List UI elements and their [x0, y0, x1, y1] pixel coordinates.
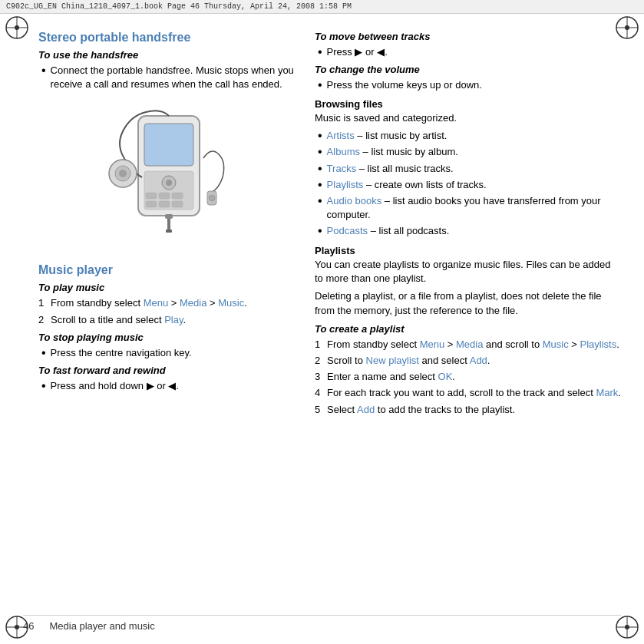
subheading-create-playlist: To create a playlist [315, 323, 621, 335]
svg-point-20 [166, 180, 172, 186]
section-title-stereo: Stereo portable handsfree [38, 31, 299, 45]
corner-mark-tr [613, 14, 641, 41]
create-text-5: Select Add to add the tracks to the play… [327, 403, 621, 417]
step-text-1: From standby select Menu > Media > Music… [51, 296, 299, 310]
svg-rect-31 [167, 219, 170, 231]
bullet-text-playlists: Playlists – create own lists of tracks. [327, 178, 621, 192]
svg-rect-21 [146, 193, 157, 199]
corner-mark-tl [3, 14, 31, 41]
bullet-dot-tracks: • [318, 163, 322, 175]
link-mark: Mark [596, 387, 618, 398]
create-step-4: 4 For each track you want to add, scroll… [315, 386, 621, 400]
bullet-albums: • Albums – list music by album. [315, 145, 621, 159]
heading-browsing: Browsing files [315, 98, 621, 110]
subheading-play-music: To play music [38, 282, 299, 293]
bullet-move-tracks: • Press ▶ or ◀. [315, 45, 621, 59]
header-bar: C902c_UG_EN China_1210_4097_1.book Page … [0, 0, 644, 14]
playlists-para1: You can create playlists to organize mus… [315, 258, 621, 287]
link-playlists: Playlists [327, 179, 364, 190]
create-step-1: 1 From standby select Menu > Media and s… [315, 338, 621, 352]
svg-rect-26 [172, 201, 183, 207]
link-add-1: Add [470, 355, 487, 366]
step-num-1: 1 [38, 296, 51, 310]
link-menu-1: Menu [144, 297, 169, 309]
bullet-dot-playlists: • [318, 179, 322, 191]
bullet-text-artists: Artists – list music by artist. [327, 129, 621, 143]
bullet-dot-ff: • [41, 380, 46, 392]
bullet-fastforward: • Press and hold down ▶ or ◀. [38, 379, 299, 393]
create-num-1: 1 [315, 338, 327, 352]
create-step-2: 2 Scroll to New playlist and select Add. [315, 354, 621, 368]
bullet-audiobooks: • Audio books – list audio books you hav… [315, 194, 621, 222]
bullet-text-handsfree: Connect the portable handsfree. Music st… [51, 64, 299, 91]
subheading-fastforward: To fast forward and rewind [38, 365, 299, 376]
page-footer: 46 Media player and music [23, 615, 621, 632]
link-media-1: Media [180, 297, 206, 309]
bullet-stop: • Press the centre navigation key. [38, 346, 299, 360]
svg-rect-32 [166, 230, 172, 233]
bullet-dot-audiobooks: • [318, 195, 322, 207]
bullet-dot-podcasts: • [318, 225, 322, 237]
create-text-3: Enter a name and select OK. [327, 370, 621, 384]
link-add-2: Add [357, 404, 375, 415]
play-step-1: 1 From standby select Menu > Media > Mus… [38, 296, 299, 310]
link-artists: Artists [327, 130, 355, 141]
right-column: To move between tracks • Press ▶ or ◀. T… [315, 31, 621, 419]
bullet-text-ff: Press and hold down ▶ or ◀. [51, 379, 299, 393]
create-num-3: 3 [315, 370, 327, 384]
link-menu-2: Menu [420, 339, 445, 350]
create-step-3: 3 Enter a name and select OK. [315, 370, 621, 384]
bullet-podcasts: • Podcasts – list all podcasts. [315, 224, 621, 238]
link-audiobooks: Audio books [327, 195, 382, 206]
subheading-stop-music: To stop playing music [38, 332, 299, 343]
browsing-intro: Music is saved and categorized. [315, 111, 621, 126]
bullet-handsfree: • Connect the portable handsfree. Music … [38, 64, 299, 91]
bullet-dot-vol: • [318, 79, 322, 91]
link-ok: OK [438, 371, 453, 382]
subheading-move-tracks: To move between tracks [315, 31, 621, 42]
svg-point-34 [209, 195, 215, 201]
link-albums: Albums [327, 146, 360, 157]
create-num-2: 2 [315, 354, 327, 368]
page-content: Stereo portable handsfree To use the han… [0, 15, 644, 434]
svg-rect-22 [159, 193, 170, 199]
playlists-para2: Deleting a playlist, or a file from a pl… [315, 289, 621, 319]
subheading-use-handsfree: To use the handsfree [38, 49, 299, 61]
create-num-4: 4 [315, 386, 327, 400]
bullet-text-podcasts: Podcasts – list all podcasts. [327, 224, 621, 238]
header-text: C902c_UG_EN China_1210_4097_1.book Page … [6, 2, 352, 11]
bullet-text-move: Press ▶ or ◀. [327, 45, 621, 59]
section-title-music-player: Music player [38, 263, 299, 277]
bullet-text-tracks: Tracks – list all music tracks. [327, 162, 621, 176]
link-tracks: Tracks [327, 163, 357, 174]
create-text-4: For each track you want to add, scroll t… [327, 386, 621, 400]
svg-rect-25 [159, 201, 170, 207]
bullet-dot-1: • [41, 64, 46, 77]
play-step-2: 2 Scroll to a title and select Play. [38, 313, 299, 327]
create-text-2: Scroll to New playlist and select Add. [327, 354, 621, 368]
bullet-volume: • Press the volume keys up or down. [315, 78, 621, 92]
svg-rect-24 [146, 201, 157, 207]
link-new-playlist: New playlist [366, 355, 419, 366]
link-play: Play [164, 314, 183, 325]
step-text-2: Scroll to a title and select Play. [51, 313, 299, 327]
bullet-artists: • Artists – list music by artist. [315, 129, 621, 143]
footer-text: Media player and music [49, 620, 154, 632]
link-media-2: Media [456, 339, 483, 350]
link-podcasts: Podcasts [327, 225, 368, 236]
bullet-text-vol: Press the volume keys up or down. [327, 78, 621, 92]
svg-rect-17 [144, 124, 193, 166]
link-playlists-2: Playlists [580, 339, 617, 350]
svg-rect-23 [172, 193, 183, 199]
svg-point-29 [119, 170, 127, 177]
bullet-text-stop: Press the centre navigation key. [51, 346, 299, 360]
heading-playlists: Playlists [315, 245, 621, 256]
bullet-dot-artists: • [318, 130, 322, 142]
bullet-dot-albums: • [318, 146, 322, 158]
bullet-playlists: • Playlists – create own lists of tracks… [315, 178, 621, 192]
subheading-volume: To change the volume [315, 64, 621, 75]
page-number: 46 [23, 620, 34, 632]
link-music-1: Music [218, 297, 244, 309]
create-text-1: From standby select Menu > Media and scr… [327, 338, 621, 352]
bullet-tracks: • Tracks – list all music tracks. [315, 162, 621, 176]
